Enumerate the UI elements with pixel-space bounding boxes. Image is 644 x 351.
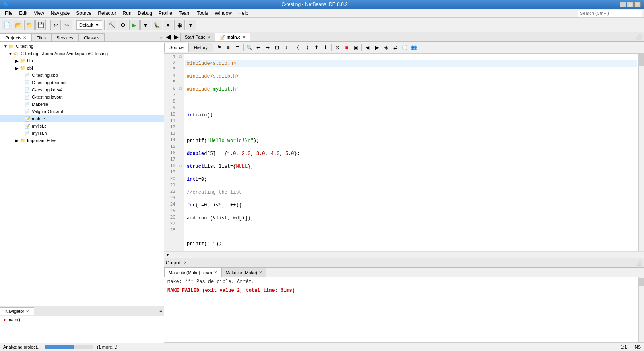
output-scrollbar-thumb[interactable] bbox=[639, 278, 644, 286]
run-button[interactable]: ▶ bbox=[129, 20, 140, 30]
output-tab-make[interactable]: Makefile (Make) ✕ bbox=[221, 268, 266, 277]
open-button[interactable]: 📂 bbox=[13, 20, 23, 30]
toggle-hints-btn[interactable]: ≣ bbox=[233, 43, 242, 52]
menu-navigate[interactable]: Navigate bbox=[47, 10, 73, 17]
code-editor[interactable]: 1 □ 2 3 4 5 bbox=[164, 54, 644, 251]
editor-scrollbar[interactable] bbox=[638, 54, 644, 251]
next-occ-btn[interactable]: ⟩ bbox=[303, 43, 312, 52]
new-button[interactable]: 📄 bbox=[2, 20, 12, 30]
root-expander[interactable]: ▼ bbox=[3, 44, 8, 49]
profile-button[interactable]: ◉ bbox=[174, 20, 185, 30]
minimize-button[interactable]: _ bbox=[620, 2, 626, 7]
menu-help[interactable]: Help bbox=[235, 10, 252, 17]
tree-item-mainc[interactable]: 📝 main.c bbox=[0, 115, 164, 122]
clean-build-button[interactable]: 🔨 bbox=[107, 20, 117, 30]
tab-services[interactable]: Services bbox=[51, 33, 78, 41]
toggle-linenumbers-btn[interactable]: ≡ bbox=[224, 43, 233, 52]
prev-occ-btn[interactable]: ⟨ bbox=[293, 43, 302, 52]
history-tab[interactable]: History bbox=[189, 43, 213, 52]
more-label[interactable]: (1 more...) bbox=[97, 345, 118, 349]
menu-window[interactable]: Window bbox=[211, 10, 235, 17]
code-content[interactable]: #include <stdio.h> #include <stdlib.h> #… bbox=[184, 54, 638, 251]
root-path-expander[interactable]: ▼ bbox=[8, 52, 13, 56]
maximize-output-button[interactable]: ⬜ bbox=[636, 260, 642, 266]
tree-item-mylistc[interactable]: 📝 mylist.c bbox=[0, 122, 164, 130]
tree-item-bin[interactable]: ▶ 📁 bin bbox=[0, 57, 164, 64]
bin-expander[interactable]: ▶ bbox=[14, 59, 19, 63]
project-dropdown-arrow[interactable]: ▼ bbox=[95, 23, 99, 27]
menu-debug[interactable]: Debug bbox=[135, 10, 155, 17]
maximize-button[interactable]: □ bbox=[627, 2, 634, 7]
debug-button[interactable]: 🐛 bbox=[152, 20, 162, 30]
menu-source[interactable]: Source bbox=[73, 10, 95, 17]
build-button[interactable]: ⚙ bbox=[118, 20, 128, 30]
tab-nav-left[interactable]: ◀ bbox=[164, 33, 172, 41]
editor-expand-bar[interactable]: ▼ bbox=[164, 251, 644, 258]
scrollbar-thumb[interactable] bbox=[639, 54, 644, 66]
menu-tools[interactable]: Tools bbox=[194, 10, 211, 17]
panel-menu-button[interactable]: ≡ bbox=[158, 34, 164, 41]
project-dropdown[interactable]: Default ▼ bbox=[76, 20, 102, 30]
tab-start-page[interactable]: Start Page ✕ bbox=[180, 33, 215, 41]
toggle-sel-btn[interactable]: ↕ bbox=[282, 43, 291, 52]
output-scrollbar[interactable] bbox=[638, 277, 644, 342]
toggle-bookmarks-btn[interactable]: ⚑ bbox=[215, 43, 223, 52]
tree-item-makefile[interactable]: 📄 Makefile bbox=[0, 101, 164, 108]
window-controls[interactable]: _ □ ✕ bbox=[620, 2, 641, 7]
navigator-menu-button[interactable]: ≡ bbox=[158, 308, 164, 315]
find-btn[interactable]: 🔍 bbox=[245, 43, 254, 52]
undo-button[interactable]: ↩ bbox=[50, 20, 61, 30]
find-sel-btn[interactable]: ⊡ bbox=[272, 43, 281, 52]
tree-item-layout[interactable]: 📄 C-testing.layout bbox=[0, 93, 164, 101]
find-next-btn[interactable]: ➡ bbox=[263, 43, 272, 52]
search-input[interactable] bbox=[578, 10, 642, 17]
close-projects-tab[interactable]: ✕ bbox=[23, 35, 26, 40]
tab-navigator[interactable]: Navigator ✕ bbox=[0, 307, 34, 315]
tree-root[interactable]: ▼ 📁 C-testing bbox=[0, 43, 164, 50]
obj-expander[interactable]: ▶ bbox=[14, 66, 19, 70]
tree-item-mylisth[interactable]: 📄 mylist.h bbox=[0, 130, 164, 137]
next-err-btn[interactable]: ⬇ bbox=[321, 43, 330, 52]
close-make-tab[interactable]: ✕ bbox=[259, 270, 262, 275]
end-macro-btn[interactable]: ▶ bbox=[372, 43, 381, 52]
close-button[interactable]: ✕ bbox=[634, 2, 641, 7]
record-btn[interactable]: ▣ bbox=[351, 43, 360, 52]
start-macro-btn[interactable]: ◀ bbox=[363, 43, 372, 52]
diff-btn[interactable]: ⇄ bbox=[391, 43, 400, 52]
tree-item-valgrind[interactable]: 📄 ValgrindOut.xml bbox=[0, 108, 164, 115]
collab-btn[interactable]: 👥 bbox=[409, 43, 418, 52]
tree-item-important[interactable]: ▶ 📁 Important Files bbox=[0, 137, 164, 144]
navigator-item-main[interactable]: ● main() bbox=[0, 317, 164, 322]
redo-button[interactable]: ↪ bbox=[62, 20, 72, 30]
tab-projects[interactable]: Projects ✕ bbox=[0, 33, 31, 41]
run-dropdown-button[interactable]: ▾ bbox=[140, 20, 151, 30]
menu-view[interactable]: View bbox=[31, 10, 47, 17]
stop-btn[interactable]: ■ bbox=[342, 43, 351, 52]
menu-team[interactable]: Team bbox=[175, 10, 194, 17]
save-button[interactable]: 💾 bbox=[35, 20, 46, 30]
open-project-button[interactable]: 📁 bbox=[24, 20, 35, 30]
menu-run[interactable]: Run bbox=[120, 10, 135, 17]
menu-refactor[interactable]: Refactor bbox=[95, 10, 119, 17]
close-output-button[interactable]: ✕ bbox=[184, 260, 187, 265]
tree-root-path[interactable]: ▼ 🗂 C-testing - /home/roxas/workspace/C-… bbox=[0, 50, 164, 57]
maximize-editor-button[interactable]: ⬜ bbox=[636, 34, 642, 40]
tree-item-depend[interactable]: 📄 C-testing.depend bbox=[0, 79, 164, 86]
close-navigator-tab[interactable]: ✕ bbox=[26, 309, 29, 314]
close-start-page[interactable]: ✕ bbox=[207, 35, 211, 39]
tab-classes[interactable]: Classes bbox=[78, 33, 105, 41]
menu-profile[interactable]: Profile bbox=[155, 10, 175, 17]
run-macro-btn[interactable]: ◈ bbox=[382, 43, 390, 52]
menu-file[interactable]: File bbox=[2, 10, 16, 17]
search-box[interactable] bbox=[578, 10, 642, 17]
tab-mainc[interactable]: 📝 main.c ✕ bbox=[215, 33, 250, 41]
tab-nav-right[interactable]: ▶ bbox=[172, 33, 180, 41]
source-tab[interactable]: Source bbox=[164, 43, 189, 52]
history-btn[interactable]: 🕐 bbox=[400, 43, 409, 52]
tree-item-kdev4[interactable]: 📄 C-testing.kdev4 bbox=[0, 86, 164, 93]
output-tab-clean[interactable]: Makefile (Make) clean ✕ bbox=[164, 268, 221, 277]
close-mainc-tab[interactable]: ✕ bbox=[242, 35, 246, 39]
prev-err-btn[interactable]: ⬆ bbox=[312, 43, 321, 52]
close-clean-tab[interactable]: ✕ bbox=[214, 270, 217, 275]
tab-files[interactable]: Files bbox=[31, 33, 51, 41]
